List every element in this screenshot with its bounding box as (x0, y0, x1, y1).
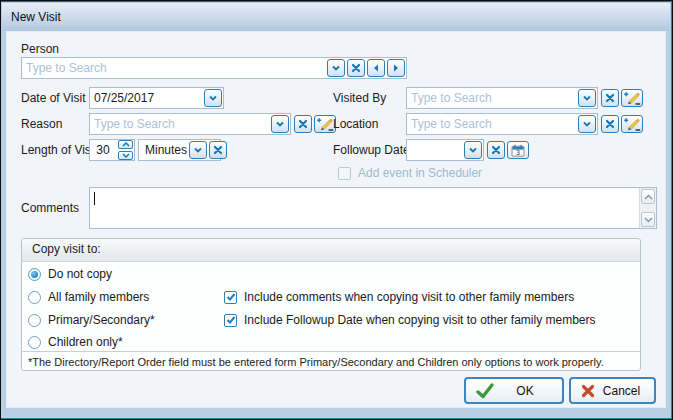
date-of-visit-label: Date of Visit (21, 91, 85, 105)
person-combobox (21, 57, 407, 79)
location-input[interactable] (407, 117, 576, 131)
location-clear-button[interactable] (601, 115, 619, 133)
radio-button (28, 291, 41, 304)
chevron-down-icon (208, 93, 218, 103)
radio-label: Children only* (48, 335, 123, 349)
followup-date-dropdown-button[interactable] (464, 141, 482, 159)
location-dropdown-button[interactable] (578, 115, 596, 133)
reason-dropdown-button[interactable] (271, 115, 289, 133)
add-event-scheduler-checkbox-row: Add event in Scheduler (338, 166, 482, 180)
chevron-down-icon (468, 145, 478, 155)
clear-x-icon (491, 145, 501, 155)
radio-label: Do not copy (48, 267, 112, 281)
person-clear-button[interactable] (347, 59, 365, 77)
person-next-button[interactable] (387, 59, 405, 77)
reason-input[interactable] (90, 117, 269, 131)
radio-label: Primary/Secondary* (48, 313, 155, 327)
followup-date-label: Followup Date (333, 143, 410, 157)
check-icon (226, 315, 236, 325)
visited-by-label: Visited By (333, 91, 386, 105)
edit-pencil-icon (623, 91, 641, 105)
followup-date-combobox (406, 139, 484, 161)
followup-date-calendar-button[interactable]: 3 (507, 141, 529, 159)
radio-children-only[interactable]: Children only* (28, 335, 123, 349)
chevron-down-icon (644, 217, 653, 223)
include-comments-checkbox-row[interactable]: Include comments when copying visit to o… (224, 290, 574, 304)
person-label: Person (21, 42, 59, 56)
window-title: New Visit (11, 10, 61, 24)
clear-x-icon (605, 93, 615, 103)
length-of-visit-input[interactable] (90, 143, 116, 157)
screen: New Visit Person Date of Visit Visited B… (0, 0, 673, 420)
visited-by-clear-button[interactable] (601, 89, 619, 107)
radio-primary-secondary[interactable]: Primary/Secondary* (28, 313, 155, 327)
location-combobox (406, 113, 598, 135)
comments-textarea[interactable] (90, 188, 639, 228)
checkbox-checked (224, 314, 237, 327)
ok-button[interactable]: OK (464, 377, 564, 404)
visited-by-input[interactable] (407, 91, 576, 105)
length-unit-combobox: Minutes (138, 139, 221, 161)
svg-text:3: 3 (516, 148, 520, 155)
left-triangle-icon (371, 63, 381, 73)
clear-x-icon (213, 145, 223, 155)
visited-by-dropdown-button[interactable] (578, 89, 596, 107)
copy-visit-group-header: Copy visit to: (22, 239, 640, 262)
scroll-down-button[interactable] (641, 212, 655, 227)
followup-date-clear-button[interactable] (487, 141, 505, 159)
ok-button-label: OK (494, 384, 556, 398)
person-dropdown-button[interactable] (327, 59, 345, 77)
visited-by-edit-button[interactable] (621, 89, 643, 107)
location-edit-button[interactable] (621, 115, 643, 133)
radio-label: All family members (48, 290, 149, 304)
date-of-visit-input[interactable] (90, 91, 202, 105)
copy-visit-group-title: Copy visit to: (32, 242, 101, 256)
length-unit-clear-button[interactable] (209, 141, 227, 159)
include-followup-checkbox-row[interactable]: Include Followup Date when copying visit… (224, 313, 596, 327)
radio-do-not-copy[interactable]: Do not copy (28, 267, 112, 281)
clear-x-icon (605, 119, 615, 129)
scroll-up-button[interactable] (641, 189, 655, 204)
length-unit-dropdown-button[interactable] (189, 141, 207, 159)
clear-x-icon (351, 63, 361, 73)
reason-label: Reason (21, 117, 62, 131)
reason-clear-button[interactable] (294, 115, 312, 133)
checkbox-label: Include comments when copying visit to o… (244, 290, 574, 304)
comments-scrollbar (639, 188, 656, 228)
new-visit-dialog: New Visit Person Date of Visit Visited B… (0, 0, 673, 420)
reason-combobox (89, 113, 291, 135)
visited-by-combobox (406, 87, 598, 109)
chevron-down-icon (193, 145, 203, 155)
radio-button-selected (28, 268, 41, 281)
comments-label: Comments (21, 201, 79, 215)
chevron-down-icon (582, 119, 592, 129)
group-footnote: *The Directory/Report Order field must b… (22, 351, 640, 370)
person-input[interactable] (22, 61, 325, 75)
length-of-visit-label: Length of Visit (21, 143, 97, 157)
chevron-down-icon (582, 93, 592, 103)
spinner-buttons (118, 140, 133, 160)
radio-all-family-members[interactable]: All family members (28, 290, 149, 304)
calendar-icon: 3 (511, 144, 525, 157)
text-cursor (94, 192, 95, 205)
edit-pencil-icon (623, 117, 641, 131)
green-check-icon (476, 383, 494, 399)
chevron-down-icon (275, 119, 285, 129)
right-triangle-icon (391, 63, 401, 73)
copy-visit-groupbox: Copy visit to: Do not copy All family me… (21, 238, 641, 371)
spin-up-button[interactable] (118, 140, 133, 149)
cancel-button[interactable]: Cancel (569, 377, 656, 404)
date-of-visit-dropdown-button[interactable] (204, 89, 222, 107)
length-of-visit-spinner (89, 139, 135, 161)
add-event-scheduler-label: Add event in Scheduler (358, 166, 482, 180)
cancel-button-label: Cancel (595, 384, 648, 398)
titlebar: New Visit (2, 3, 670, 31)
radio-button (28, 314, 41, 327)
followup-date-input[interactable] (407, 143, 462, 157)
spin-down-button[interactable] (118, 151, 133, 160)
checkbox-checked (224, 291, 237, 304)
location-label: Location (333, 117, 378, 131)
person-previous-button[interactable] (367, 59, 385, 77)
chevron-down-icon (122, 153, 130, 158)
clear-x-icon (298, 119, 308, 129)
